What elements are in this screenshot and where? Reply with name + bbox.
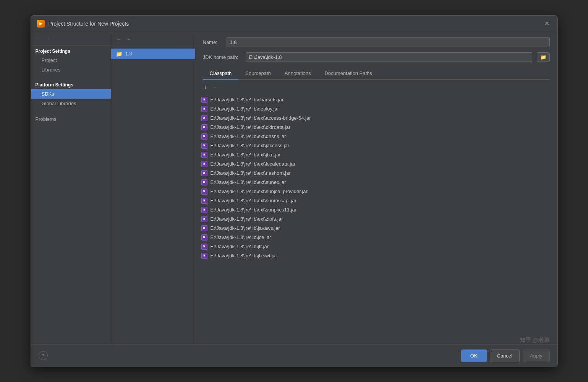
- platform-settings-header: Platform Settings: [31, 79, 111, 89]
- jar-path-label: E:\Java\jdk-1.8\jre\lib\ext\zipfs.jar: [211, 216, 283, 222]
- project-structure-dialog: ▶ Project Structure for New Projects ✕ ←…: [31, 15, 558, 367]
- apply-button[interactable]: Apply: [523, 349, 550, 362]
- jar-icon: ✖: [201, 216, 207, 222]
- add-classpath-button[interactable]: +: [201, 83, 210, 91]
- jdk-path-label: JDK home path:: [203, 54, 241, 60]
- sidebar-item-global-libraries[interactable]: Global Libraries: [31, 99, 111, 108]
- remove-classpath-button[interactable]: −: [211, 83, 220, 91]
- right-panel: Name: JDK home path: 📁 Classpath Sourcep…: [195, 32, 557, 345]
- jar-path-label: E:\Java\jdk-1.8\jre\lib\ext\sunjce_provi…: [211, 189, 308, 194]
- tab-sourcepath[interactable]: Sourcepath: [238, 67, 278, 80]
- list-item[interactable]: ✖E:\Java\jdk-1.8\jre\lib\ext\jaccess.jar: [195, 141, 557, 150]
- tab-classpath[interactable]: Classpath: [203, 67, 239, 80]
- tab-documentation-paths[interactable]: Documentation Paths: [317, 67, 379, 80]
- list-item[interactable]: ✖E:\Java\jdk-1.8\jre\lib\ext\sunpkcs11.j…: [195, 205, 557, 215]
- jar-icon: ✖: [201, 152, 207, 158]
- list-item[interactable]: ✖E:\Java\jdk-1.8\jre\lib\javaws.jar: [195, 224, 557, 233]
- close-button[interactable]: ✕: [543, 20, 551, 28]
- sidebar-item-libraries[interactable]: Libraries: [31, 65, 111, 75]
- jar-path-label: E:\Java\jdk-1.8\jre\lib\ext\localedata.j…: [211, 161, 296, 167]
- list-item[interactable]: ✖E:\Java\jdk-1.8\jre\lib\ext\sunec.jar: [195, 178, 557, 187]
- nav-forward-button[interactable]: →: [45, 35, 51, 42]
- title-bar-left: ▶ Project Structure for New Projects: [37, 20, 129, 28]
- jar-icon: ✖: [201, 234, 207, 241]
- jar-list: ✖E:\Java\jdk-1.8\jre\lib\charsets.jar✖E:…: [195, 94, 557, 345]
- add-sdk-button[interactable]: +: [115, 35, 123, 44]
- list-item[interactable]: ✖E:\Java\jdk-1.8\jre\lib\charsets.jar: [195, 95, 557, 104]
- jar-icon: ✖: [201, 207, 207, 213]
- footer-buttons: OK Cancel Apply: [461, 349, 550, 362]
- name-label: Name:: [203, 39, 222, 45]
- list-item[interactable]: ✖E:\Java\jdk-1.8\jre\lib\ext\zipfs.jar: [195, 215, 557, 224]
- nav-back-button[interactable]: ←: [36, 35, 42, 42]
- tab-annotations[interactable]: Annotations: [278, 67, 318, 80]
- sdk-list-toolbar: + −: [111, 32, 195, 47]
- project-settings-header: Project Settings: [31, 46, 111, 55]
- sdk-folder-icon: 📁: [116, 51, 122, 57]
- list-item[interactable]: ✖E:\Java\jdk-1.8\jre\lib\deploy.jar: [195, 104, 557, 114]
- sdk-item-1.8[interactable]: 📁 1.8: [111, 49, 195, 59]
- jar-path-label: E:\Java\jdk-1.8\jre\lib\ext\sunec.jar: [211, 179, 286, 185]
- list-item[interactable]: ✖E:\Java\jdk-1.8\jre\lib\ext\nashorn.jar: [195, 169, 557, 178]
- jar-icon: ✖: [201, 106, 207, 112]
- list-item[interactable]: ✖E:\Java\jdk-1.8\jre\lib\ext\jfxrt.jar: [195, 150, 557, 159]
- app-icon: ▶: [37, 20, 45, 28]
- list-item[interactable]: ✖E:\Java\jdk-1.8\jre\lib\ext\dnsns.jar: [195, 132, 557, 141]
- help-button[interactable]: ?: [39, 351, 48, 360]
- classpath-toolbar: + −: [195, 80, 557, 94]
- sdk-item-label: 1.8: [125, 51, 132, 57]
- name-row: Name:: [203, 37, 550, 47]
- jar-path-label: E:\Java\jdk-1.8\jre\lib\jfxswt.jar: [211, 253, 277, 258]
- content-area: + − 📁 1.8 Name:: [111, 32, 557, 345]
- jar-path-label: E:\Java\jdk-1.8\jre\lib\ext\cldrdata.jar: [211, 124, 291, 130]
- jar-path-label: E:\Java\jdk-1.8\jre\lib\jfr.jar: [211, 244, 269, 249]
- jdk-path-input[interactable]: [246, 52, 532, 62]
- jar-path-label: E:\Java\jdk-1.8\jre\lib\charsets.jar: [211, 97, 283, 102]
- jar-path-label: E:\Java\jdk-1.8\jre\lib\ext\jfxrt.jar: [211, 152, 281, 158]
- cancel-button[interactable]: Cancel: [490, 349, 520, 362]
- list-item[interactable]: ✖E:\Java\jdk-1.8\jre\lib\ext\sunmscapi.j…: [195, 196, 557, 205]
- jar-icon: ✖: [201, 124, 207, 130]
- list-item[interactable]: ✖E:\Java\jdk-1.8\jre\lib\ext\cldrdata.ja…: [195, 123, 557, 132]
- jar-icon: ✖: [201, 170, 207, 176]
- jar-path-label: E:\Java\jdk-1.8\jre\lib\ext\nashorn.jar: [211, 170, 291, 176]
- jdk-path-row: JDK home path: 📁: [203, 52, 550, 62]
- list-item[interactable]: ✖E:\Java\jdk-1.8\jre\lib\ext\sunjce_prov…: [195, 187, 557, 196]
- list-item[interactable]: ✖E:\Java\jdk-1.8\jre\lib\jfxswt.jar: [195, 251, 557, 260]
- sdk-list: 📁 1.8: [111, 47, 195, 345]
- jar-icon: ✖: [201, 97, 207, 103]
- right-header: Name: JDK home path: 📁 Classpath Sourcep…: [195, 32, 557, 80]
- jar-icon: ✖: [201, 115, 207, 121]
- list-item[interactable]: ✖E:\Java\jdk-1.8\jre\lib\jce.jar: [195, 233, 557, 242]
- jar-icon: ✖: [201, 253, 207, 259]
- remove-sdk-button[interactable]: −: [125, 35, 133, 44]
- jar-icon: ✖: [201, 189, 207, 195]
- jar-path-label: E:\Java\jdk-1.8\jre\lib\jce.jar: [211, 234, 271, 240]
- list-item[interactable]: ✖E:\Java\jdk-1.8\jre\lib\jfr.jar: [195, 242, 557, 251]
- jar-icon: ✖: [201, 179, 207, 185]
- ok-button[interactable]: OK: [461, 349, 487, 362]
- dialog-title: Project Structure for New Projects: [49, 21, 129, 27]
- list-item[interactable]: ✖E:\Java\jdk-1.8\jre\lib\ext\localedata.…: [195, 159, 557, 169]
- list-item[interactable]: ✖E:\Java\jdk-1.8\jre\lib\ext\access-brid…: [195, 114, 557, 123]
- sidebar-nav: ← →: [31, 32, 111, 46]
- dialog-footer: ? OK Cancel Apply: [31, 345, 557, 367]
- name-input[interactable]: [227, 37, 550, 47]
- jar-path-label: E:\Java\jdk-1.8\jre\lib\ext\dnsns.jar: [211, 133, 286, 139]
- jar-icon: ✖: [201, 225, 207, 231]
- jar-icon: ✖: [201, 133, 207, 140]
- jar-path-label: E:\Java\jdk-1.8\jre\lib\javaws.jar: [211, 225, 280, 231]
- title-bar: ▶ Project Structure for New Projects ✕: [31, 16, 557, 32]
- jar-path-label: E:\Java\jdk-1.8\jre\lib\deploy.jar: [211, 106, 279, 112]
- browse-button[interactable]: 📁: [537, 52, 550, 62]
- dialog-body: ← → Project Settings Project Libraries P…: [31, 32, 557, 345]
- sidebar-item-sdks[interactable]: SDKs: [31, 89, 111, 99]
- jar-icon: ✖: [201, 198, 207, 204]
- sidebar: ← → Project Settings Project Libraries P…: [31, 32, 111, 345]
- jar-icon: ✖: [201, 143, 207, 149]
- jar-path-label: E:\Java\jdk-1.8\jre\lib\ext\jaccess.jar: [211, 143, 290, 148]
- sidebar-item-project[interactable]: Project: [31, 55, 111, 65]
- jar-icon: ✖: [201, 244, 207, 250]
- sidebar-item-problems[interactable]: Problems: [31, 114, 111, 124]
- jar-path-label: E:\Java\jdk-1.8\jre\lib\ext\access-bridg…: [211, 115, 311, 121]
